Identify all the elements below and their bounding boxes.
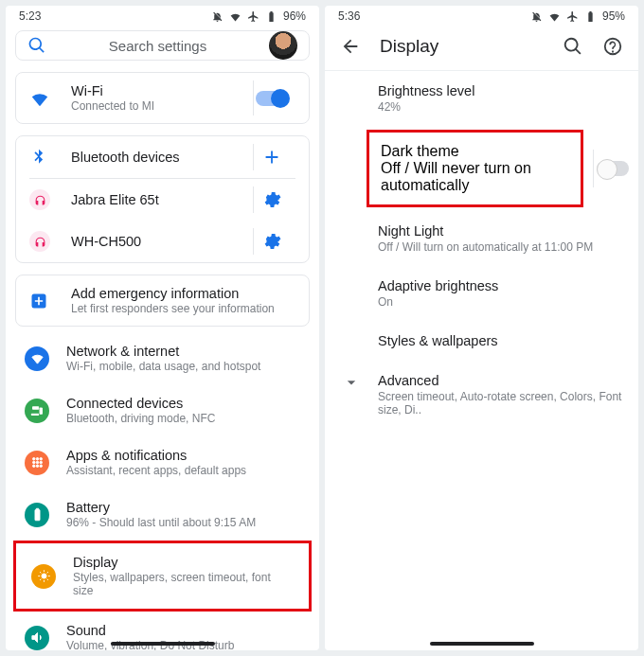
search-icon [27, 36, 46, 55]
display-item[interactable]: Night LightOff / Will turn on automatica… [325, 211, 638, 266]
status-bar: 5:23 96% [6, 6, 319, 25]
display-item[interactable]: AdvancedScreen timeout, Auto-rotate scre… [325, 361, 638, 429]
wifi-sub: Connected to MI [71, 99, 248, 113]
wifi-icon [25, 346, 49, 371]
svg-point-2 [36, 458, 39, 461]
display-list: Brightness level42%Dark themeOff / Will … [325, 71, 638, 429]
svg-point-1 [32, 458, 35, 461]
settings-item-display[interactable]: DisplayStyles, wallpapers, screen timeou… [13, 541, 312, 612]
phone-settings-home: 5:23 96% Search settings Wi-Fi Connected… [6, 6, 319, 650]
home-indicator[interactable] [430, 642, 534, 646]
clock: 5:23 [19, 9, 41, 23]
wifi-title: Wi-Fi [71, 83, 248, 98]
profile-avatar[interactable] [269, 31, 297, 60]
display-item[interactable]: Styles & wallpapers [325, 321, 638, 361]
phone-display-settings: 5:36 95% Display Brightness level42%Dark… [325, 6, 638, 650]
airplane-icon [247, 10, 259, 23]
svg-point-9 [40, 465, 43, 468]
settings-item-wifi[interactable]: Network & internetWi-Fi, mobile, data us… [9, 332, 315, 384]
airplane-icon [566, 10, 579, 23]
wifi-toggle[interactable] [256, 91, 288, 106]
apps-icon [25, 451, 49, 475]
display-icon [31, 564, 56, 589]
bt-device-row[interactable]: Jabra Elite 65t [16, 179, 309, 221]
help-icon[interactable] [602, 36, 623, 57]
home-indicator[interactable] [111, 642, 215, 646]
dnd-icon [530, 10, 543, 23]
bluetooth-icon [29, 148, 48, 167]
svg-point-7 [32, 465, 35, 468]
battery-icon [584, 10, 597, 23]
settings-item-devices[interactable]: Connected devicesBluetooth, driving mode… [9, 384, 315, 436]
dark-theme-toggle[interactable] [597, 161, 629, 176]
gear-icon[interactable] [261, 189, 282, 210]
svg-point-8 [36, 465, 39, 468]
status-bar: 5:36 95% [325, 6, 638, 25]
display-header: Display [325, 25, 638, 71]
search-settings[interactable]: Search settings [15, 30, 310, 61]
battery-icon [265, 10, 277, 23]
plus-icon[interactable] [261, 147, 282, 168]
wifi-card[interactable]: Wi-Fi Connected to MI [15, 72, 310, 124]
battery-pct: 95% [602, 9, 625, 23]
dnd-icon [211, 10, 224, 23]
clock: 5:36 [338, 9, 360, 23]
medical-icon [29, 292, 48, 310]
wifi-icon [229, 10, 242, 23]
settings-item-battery[interactable]: Battery96% - Should last until about 9:1… [9, 488, 315, 541]
wifi-icon [29, 88, 50, 109]
headphones-icon [29, 231, 50, 252]
bt-device-row[interactable]: WH-CH500 [16, 221, 309, 262]
svg-point-10 [42, 574, 46, 578]
devices-icon [25, 399, 49, 423]
bluetooth-card: Bluetooth devices Jabra Elite 65t WH-CH5… [15, 135, 310, 263]
svg-point-3 [40, 458, 43, 461]
search-placeholder: Search settings [46, 38, 269, 54]
search-icon[interactable] [563, 36, 583, 57]
battery-pct: 96% [283, 9, 306, 23]
chevron-down-icon [342, 373, 361, 392]
settings-list: Network & internetWi-Fi, mobile, data us… [6, 332, 319, 650]
back-icon[interactable] [340, 36, 361, 57]
sound-icon [25, 626, 49, 650]
wifi-icon [548, 10, 561, 23]
emergency-card[interactable]: Add emergency information Let first resp… [15, 275, 310, 327]
svg-point-4 [32, 461, 35, 464]
gear-icon[interactable] [261, 231, 282, 252]
settings-item-apps[interactable]: Apps & notificationsAssistant, recent ap… [9, 436, 315, 488]
svg-point-6 [40, 461, 43, 464]
battery-icon [25, 503, 49, 527]
bluetooth-row[interactable]: Bluetooth devices [16, 136, 309, 178]
display-item-dark-theme[interactable]: Dark themeOff / Will never turn on autom… [369, 133, 581, 204]
svg-point-5 [36, 461, 39, 464]
display-item[interactable]: Brightness level42% [325, 71, 638, 126]
page-title: Display [380, 36, 544, 57]
display-item[interactable]: Adaptive brightnessOn [325, 266, 638, 321]
headphones-icon [29, 189, 50, 210]
